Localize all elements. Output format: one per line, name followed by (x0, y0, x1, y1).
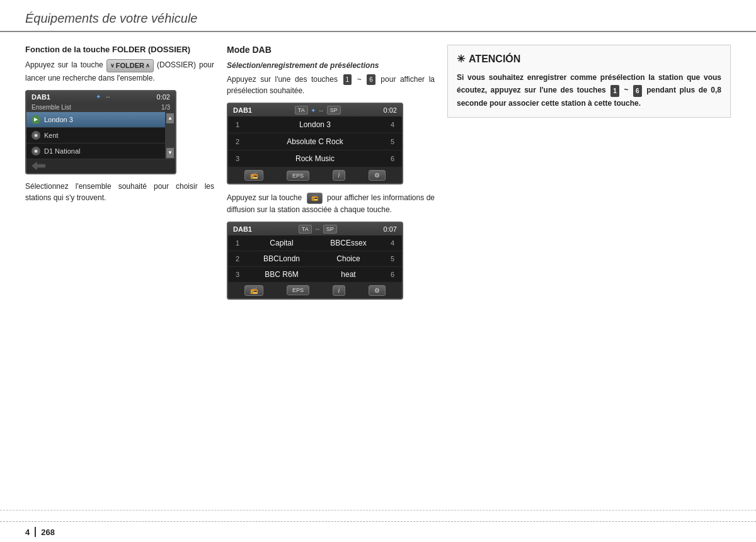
atention-para: Si vous souhaitez enregistrer comme prés… (457, 71, 721, 110)
content-area: Fonction de la touche FOLDER (DOSSIER) A… (0, 32, 756, 306)
station-icon: ◉ (32, 147, 40, 155)
preset-row: 1 London 3 4 (228, 116, 402, 133)
screen-icons: TA ✦ ↔ SP (295, 106, 341, 115)
ensemble-list-wrapper: ▶ London 3 ◉ Kent ◉ D1 National ▲ ▼ (26, 112, 175, 159)
preset-num: 1 (236, 121, 248, 128)
preset-badge-start: 1 (343, 74, 352, 85)
screen-ensemble-list: DAB1 ✦ ↔ 0:02 Ensemble List 1/3 ▶ London… (25, 90, 176, 174)
preset-num-right: 6 (382, 155, 394, 162)
ensemble-row: ▶ London 3 (26, 112, 175, 128)
info-btn2[interactable]: i (333, 285, 345, 296)
preset-num: 2 (236, 138, 248, 145)
gear-icon2: ⚙ (374, 287, 380, 294)
info-icon2: i (338, 287, 340, 294)
left-para1: Appuyez sur la touche ∨ FOLDER ∧ (DOSSIE… (25, 59, 214, 84)
screen-footer2: 📻 EPS i ⚙ (228, 283, 402, 298)
station-left: BBC R6M (248, 270, 315, 279)
signal-icon: ↔ (318, 107, 324, 114)
settings-btn2[interactable]: ⚙ (369, 285, 386, 296)
scrollbar: ▲ ▼ (165, 112, 175, 159)
asterisk-icon: ✳ (457, 53, 465, 65)
dashed-separator (0, 510, 756, 511)
right-column: ✳ ATENCIÓN Si vous souhaitez enregistrer… (447, 45, 731, 300)
screen-time: 0:02 (384, 106, 397, 114)
dab-name: DAB1 (32, 93, 50, 101)
ensemble-row: ◉ Kent (26, 128, 175, 144)
screen-subheader: Ensemble List 1/3 (26, 103, 175, 112)
preset-badge-sm-end: 6 (633, 85, 642, 97)
play-icon: ▶ (32, 115, 40, 124)
folder-button-label: ∨ FOLDER ∧ (106, 59, 154, 72)
page-title: Équipements de votre véhicule (25, 11, 731, 26)
eps-label2: EPS (292, 287, 304, 293)
screen-time: 0:07 (384, 225, 397, 233)
bluetooth-icon: ✦ (311, 107, 316, 114)
tilde: ~ (357, 75, 366, 84)
screen-icons: ✦ ↔ (96, 93, 111, 100)
screen-time: 0:02 (157, 93, 170, 101)
screen-preset-grid: DAB1 TA ↔ SP 0:07 1 Capital BBCEssex 4 2… (227, 222, 403, 300)
atention-heading: ✳ ATENCIÓN (457, 53, 721, 65)
scroll-up[interactable]: ▲ (166, 113, 174, 123)
station-right: Choice (315, 254, 382, 263)
station-name: D1 National (44, 147, 80, 155)
station-name: London 3 (248, 120, 382, 129)
folder-arrow-left: ∨ (110, 62, 115, 71)
page-number: 4 268 (25, 527, 55, 537)
station-right: heat (315, 270, 382, 279)
preset-grid-row: 1 Capital BBCEssex 4 (228, 235, 402, 251)
col-num-r: 5 (382, 255, 394, 263)
signal-icon: ↔ (105, 93, 111, 100)
settings-btn[interactable]: ⚙ (369, 170, 386, 181)
broadcast-btn-inline: 📻 (307, 193, 323, 204)
atention-box: ✳ ATENCIÓN Si vous souhaitez enregistrer… (447, 45, 731, 118)
station-name: Absolute C Rock (248, 137, 382, 146)
screen-header: DAB1 ✦ ↔ 0:02 (26, 91, 175, 103)
col-num-r: 6 (382, 271, 394, 278)
scroll-down[interactable]: ▼ (166, 148, 174, 158)
preset-num-right: 5 (382, 138, 394, 145)
broadcast-icon: 📻 (250, 172, 258, 179)
broadcast-btn2[interactable]: 📻 (244, 285, 263, 296)
col-num: 2 (236, 255, 248, 263)
folder-arrow-right: ∧ (146, 62, 150, 71)
page-divider (35, 527, 36, 537)
back-arrow-icon (32, 162, 45, 171)
eps-label: EPS (292, 172, 304, 179)
dab-name: DAB1 (233, 225, 252, 233)
preset-num-right: 4 (382, 121, 394, 128)
screen-preset-header: DAB1 TA ✦ ↔ SP 0:02 (228, 104, 402, 116)
station-right: BBCEssex (315, 239, 382, 247)
mid-para1: Appuyez sur l'une des touches 1 ~ 6 pour… (227, 74, 435, 96)
preset-grid-body: 1 Capital BBCEssex 4 2 BBCLondn Choice 5… (228, 235, 402, 283)
ensemble-list-label: Ensemble List (32, 104, 71, 111)
info-icon: i (338, 172, 340, 179)
ta-badge: TA (299, 225, 312, 234)
station-icon: ◉ (32, 131, 40, 140)
mid-para2: Appuyez sur la touche 📻 pour afficher le… (227, 192, 435, 215)
middle-column: Mode DAB Sélection/enregistrement de pré… (227, 45, 435, 300)
ensemble-row: ◉ D1 National (26, 144, 175, 159)
tilde-right: ~ (624, 86, 633, 94)
page-footer: 4 268 (0, 521, 756, 542)
preset-badge-sm-start: 1 (610, 85, 619, 97)
left-para2: Sélectionnez l'ensemble souhaité pour ch… (25, 181, 214, 203)
sp-badge: SP (327, 106, 341, 115)
station-left: BBCLondn (248, 254, 315, 263)
eps-btn[interactable]: EPS (287, 171, 309, 181)
ta-badge: TA (295, 106, 308, 115)
preset-grid-row: 3 BBC R6M heat 6 (228, 267, 402, 283)
broadcast-icon2: 📻 (250, 287, 258, 294)
preset-badge-end: 6 (367, 74, 375, 85)
preset-row: 2 Absolute C Rock 5 (228, 133, 402, 150)
page-header: Équipements de votre véhicule (0, 0, 756, 32)
broadcast-btn[interactable]: 📻 (244, 170, 263, 181)
back-row (26, 159, 175, 173)
station-left: Capital (248, 239, 315, 247)
screen-grid-header: DAB1 TA ↔ SP 0:07 (228, 223, 402, 235)
eps-btn2[interactable]: EPS (287, 285, 309, 295)
gear-icon: ⚙ (374, 172, 380, 179)
signal-icon: ↔ (314, 225, 321, 232)
info-btn[interactable]: i (333, 170, 345, 181)
station-name: London 3 (44, 116, 73, 123)
